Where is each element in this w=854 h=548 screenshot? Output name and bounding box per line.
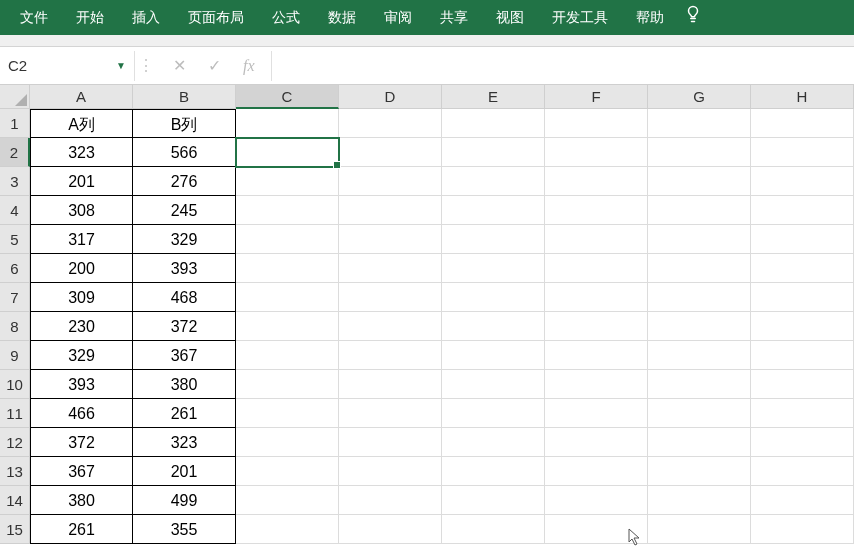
cell-F8[interactable] xyxy=(545,312,648,341)
col-header-E[interactable]: E xyxy=(442,85,545,109)
cell-D1[interactable] xyxy=(339,109,442,138)
cell-D14[interactable] xyxy=(339,486,442,515)
cell-A5[interactable]: 317 xyxy=(30,225,133,254)
cell-C1[interactable] xyxy=(236,109,339,138)
cell-G15[interactable] xyxy=(648,515,751,544)
cell-D6[interactable] xyxy=(339,254,442,283)
cell-C14[interactable] xyxy=(236,486,339,515)
cell-F6[interactable] xyxy=(545,254,648,283)
cell-D13[interactable] xyxy=(339,457,442,486)
col-header-A[interactable]: A xyxy=(30,85,133,109)
ribbon-tab-layout[interactable]: 页面布局 xyxy=(174,0,258,35)
cell-H1[interactable] xyxy=(751,109,854,138)
cell-D4[interactable] xyxy=(339,196,442,225)
cell-C15[interactable] xyxy=(236,515,339,544)
cell-H8[interactable] xyxy=(751,312,854,341)
cell-E7[interactable] xyxy=(442,283,545,312)
row-header-5[interactable]: 5 xyxy=(0,225,30,254)
cell-E2[interactable] xyxy=(442,138,545,167)
row-header-9[interactable]: 9 xyxy=(0,341,30,370)
ribbon-tab-formula[interactable]: 公式 xyxy=(258,0,314,35)
cell-G8[interactable] xyxy=(648,312,751,341)
cell-B11[interactable]: 261 xyxy=(133,399,236,428)
cell-H7[interactable] xyxy=(751,283,854,312)
cell-B1[interactable]: B列 xyxy=(133,109,236,138)
cell-E6[interactable] xyxy=(442,254,545,283)
cell-H5[interactable] xyxy=(751,225,854,254)
formula-input[interactable] xyxy=(272,51,854,81)
cell-H14[interactable] xyxy=(751,486,854,515)
cell-A10[interactable]: 393 xyxy=(30,370,133,399)
cell-H13[interactable] xyxy=(751,457,854,486)
row-header-12[interactable]: 12 xyxy=(0,428,30,457)
cell-G7[interactable] xyxy=(648,283,751,312)
cell-D15[interactable] xyxy=(339,515,442,544)
cell-D3[interactable] xyxy=(339,167,442,196)
cell-A13[interactable]: 367 xyxy=(30,457,133,486)
cell-A1[interactable]: A列 xyxy=(30,109,133,138)
col-header-F[interactable]: F xyxy=(545,85,648,109)
fx-icon[interactable]: fx xyxy=(243,57,255,75)
col-header-C[interactable]: C xyxy=(236,85,339,109)
row-header-11[interactable]: 11 xyxy=(0,399,30,428)
cell-F13[interactable] xyxy=(545,457,648,486)
row-header-15[interactable]: 15 xyxy=(0,515,30,544)
cell-G5[interactable] xyxy=(648,225,751,254)
cell-C5[interactable] xyxy=(236,225,339,254)
cell-E15[interactable] xyxy=(442,515,545,544)
ribbon-tab-review[interactable]: 审阅 xyxy=(370,0,426,35)
cell-A9[interactable]: 329 xyxy=(30,341,133,370)
cell-C6[interactable] xyxy=(236,254,339,283)
cell-H12[interactable] xyxy=(751,428,854,457)
col-header-D[interactable]: D xyxy=(339,85,442,109)
ribbon-tab-view[interactable]: 视图 xyxy=(482,0,538,35)
cell-F3[interactable] xyxy=(545,167,648,196)
confirm-icon[interactable]: ✓ xyxy=(208,56,221,75)
cell-F5[interactable] xyxy=(545,225,648,254)
cell-F9[interactable] xyxy=(545,341,648,370)
cell-H10[interactable] xyxy=(751,370,854,399)
cell-H3[interactable] xyxy=(751,167,854,196)
cell-C9[interactable] xyxy=(236,341,339,370)
cell-H4[interactable] xyxy=(751,196,854,225)
cell-G2[interactable] xyxy=(648,138,751,167)
cell-G14[interactable] xyxy=(648,486,751,515)
cell-F10[interactable] xyxy=(545,370,648,399)
cell-B10[interactable]: 380 xyxy=(133,370,236,399)
cell-F12[interactable] xyxy=(545,428,648,457)
cancel-icon[interactable]: ✕ xyxy=(173,56,186,75)
cell-C4[interactable] xyxy=(236,196,339,225)
cell-C13[interactable] xyxy=(236,457,339,486)
cell-E1[interactable] xyxy=(442,109,545,138)
cell-E10[interactable] xyxy=(442,370,545,399)
ribbon-tab-file[interactable]: 文件 xyxy=(6,0,62,35)
cell-A4[interactable]: 308 xyxy=(30,196,133,225)
row-header-6[interactable]: 6 xyxy=(0,254,30,283)
cell-E11[interactable] xyxy=(442,399,545,428)
cell-E12[interactable] xyxy=(442,428,545,457)
ribbon-tab-share[interactable]: 共享 xyxy=(426,0,482,35)
cell-B8[interactable]: 372 xyxy=(133,312,236,341)
cell-H6[interactable] xyxy=(751,254,854,283)
cell-C3[interactable] xyxy=(236,167,339,196)
cell-F11[interactable] xyxy=(545,399,648,428)
ribbon-tab-help[interactable]: 帮助 xyxy=(622,0,678,35)
cell-E4[interactable] xyxy=(442,196,545,225)
cell-F4[interactable] xyxy=(545,196,648,225)
cell-G11[interactable] xyxy=(648,399,751,428)
cell-F1[interactable] xyxy=(545,109,648,138)
name-box-dropdown-icon[interactable]: ▼ xyxy=(116,60,126,71)
cell-F2[interactable] xyxy=(545,138,648,167)
cell-B3[interactable]: 276 xyxy=(133,167,236,196)
cell-D9[interactable] xyxy=(339,341,442,370)
cell-A8[interactable]: 230 xyxy=(30,312,133,341)
cell-B2[interactable]: 566 xyxy=(133,138,236,167)
cell-G10[interactable] xyxy=(648,370,751,399)
ribbon-tab-data[interactable]: 数据 xyxy=(314,0,370,35)
cell-B6[interactable]: 393 xyxy=(133,254,236,283)
cell-D10[interactable] xyxy=(339,370,442,399)
col-header-B[interactable]: B xyxy=(133,85,236,109)
cell-A11[interactable]: 466 xyxy=(30,399,133,428)
row-header-10[interactable]: 10 xyxy=(0,370,30,399)
cell-H11[interactable] xyxy=(751,399,854,428)
